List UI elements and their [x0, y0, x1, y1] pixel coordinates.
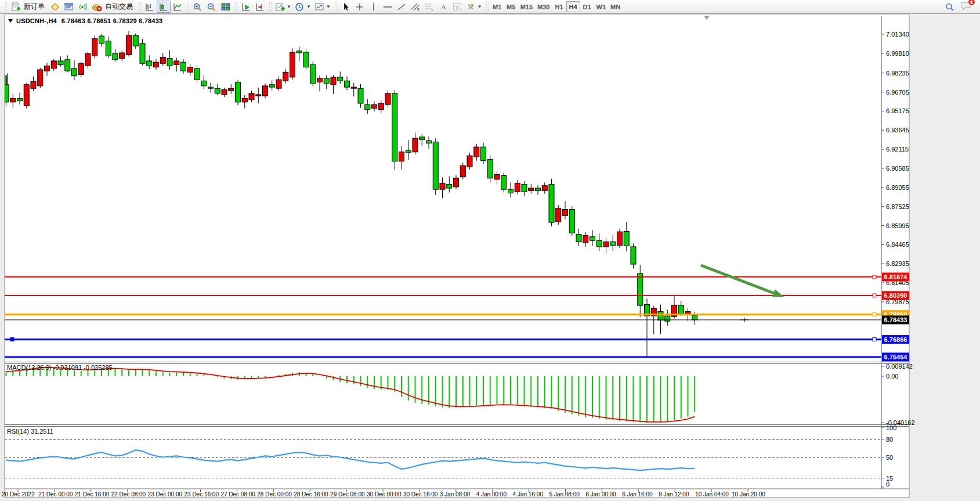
price-tick-label: 6.93645 — [886, 127, 909, 134]
svg-text:T: T — [455, 4, 459, 10]
chat-button[interactable]: 1 — [960, 1, 972, 13]
price-tick-label: 6.84465 — [886, 241, 909, 248]
fibonacci-button[interactable]: F — [422, 1, 436, 13]
market-watch-icon — [50, 2, 60, 12]
chart-ohlc-values: 6.78463 6.78651 6.78329 6.78433 — [62, 17, 162, 24]
auto-scroll-button[interactable] — [239, 1, 253, 13]
auto-trading-label[interactable]: 自动交易 — [105, 2, 133, 12]
equidistant-channel-button[interactable]: E — [408, 1, 422, 13]
line-handle — [873, 338, 876, 341]
chart-canvas[interactable]: 7.013406.998106.982356.967056.951756.936… — [0, 15, 980, 501]
alerts-icon — [78, 2, 88, 12]
timeframe-MN[interactable]: MN — [608, 1, 623, 12]
timeframe-D1[interactable]: D1 — [580, 1, 594, 12]
data-window-button[interactable] — [62, 1, 76, 13]
rsi-tick-label: 0 — [886, 481, 889, 488]
toolbar-grip[interactable] — [4, 2, 7, 12]
rsi-tick-label: 50 — [886, 454, 893, 461]
time-tick-label: 27 Dec 08:00 — [220, 491, 255, 498]
new-order-button[interactable] — [9, 1, 23, 13]
bar-chart-icon — [144, 2, 155, 12]
periods-button[interactable]: ▼ — [293, 1, 313, 13]
time-tick-label: 21 Dec 00:00 — [38, 491, 73, 498]
text-button[interactable]: A — [436, 1, 450, 13]
time-tick-label: 28 Dec 16:00 — [294, 491, 328, 498]
chart-shift-icon — [255, 2, 265, 12]
price-tick-label: 6.87525 — [886, 203, 909, 210]
time-axis: 20 Dec 202221 Dec 00:0021 Dec 16:0022 De… — [2, 489, 765, 498]
time-tick-label: 22 Dec 08:00 — [111, 491, 146, 498]
horizontal-line-button[interactable] — [381, 1, 395, 13]
macd-label: MACD(12,26,9) -0.031091 -0.035285 — [7, 364, 113, 371]
crosshair-button[interactable] — [353, 1, 367, 13]
search-button[interactable] — [943, 1, 957, 13]
time-tick-label: 23 Dec 16:00 — [185, 491, 219, 498]
rsi-tick-label: 80 — [886, 436, 893, 443]
chart-titlebar[interactable]: USDCNH-,H4 6.78463 6.78651 6.78329 6.784… — [8, 17, 162, 24]
svg-text:E: E — [417, 8, 420, 11]
mt4-window: 新订单 — [0, 0, 980, 501]
line-handle — [10, 338, 14, 341]
auto-trading-button[interactable] — [90, 1, 104, 13]
arrows-button[interactable]: ▼ — [464, 1, 484, 13]
price-line-badge-label: 6.78433 — [884, 316, 907, 323]
zoom-in-icon — [193, 2, 203, 12]
chart-menu-icon[interactable] — [8, 19, 13, 23]
timeframe-W1[interactable]: W1 — [594, 1, 609, 12]
templates-button[interactable]: ▼ — [313, 1, 332, 13]
chart-shift-button[interactable] — [253, 1, 267, 13]
time-tick-label: 9 Jan 12:00 — [659, 491, 689, 498]
timeframe-M30[interactable]: M30 — [535, 1, 552, 12]
alerts-button[interactable] — [76, 1, 90, 13]
price-tick-label: 6.98235 — [886, 70, 909, 77]
time-tick-label: 4 Jan 16:00 — [513, 491, 544, 498]
text-label-button[interactable]: T — [450, 1, 464, 13]
time-tick-label: 20 Dec 2022 — [2, 491, 35, 498]
time-tick-label: 21 Dec 16:00 — [75, 491, 110, 498]
equidistant-channel-icon: E — [410, 2, 421, 12]
bar-chart-button[interactable] — [143, 1, 157, 13]
price-tick-label: 6.90585 — [886, 165, 909, 172]
price-line-badge-label: 6.81874 — [884, 273, 908, 280]
zoom-out-icon — [207, 2, 217, 12]
trendline-button[interactable] — [395, 1, 408, 13]
vertical-line-icon — [368, 2, 379, 12]
toolbar-grip[interactable] — [234, 2, 237, 12]
dropdown-caret-icon: ▼ — [287, 4, 291, 9]
indicators-button[interactable]: ▼ — [273, 1, 293, 13]
tile-windows-button[interactable] — [219, 1, 233, 13]
timeframe-H1[interactable]: H1 — [552, 1, 566, 12]
price-tick-label: 6.82935 — [886, 260, 909, 267]
price-line-badge-label: 6.75454 — [884, 354, 908, 361]
text-label-icon: T — [452, 2, 462, 12]
timeframe-M1[interactable]: M1 — [490, 1, 504, 12]
toolbar-grip[interactable] — [186, 2, 189, 12]
market-watch-button[interactable] — [48, 1, 62, 13]
toolbar-grip[interactable] — [334, 2, 337, 12]
auto-scroll-icon — [241, 2, 251, 12]
toolbar-grip[interactable] — [269, 2, 272, 12]
candlestick-chart-button[interactable] — [157, 1, 171, 13]
timeframe-H4[interactable]: H4 — [566, 1, 580, 12]
zoom-out-button[interactable] — [205, 1, 219, 13]
time-tick-label: 30 Dec 16:00 — [403, 491, 438, 498]
cursor-icon — [341, 2, 351, 12]
zoom-in-button[interactable] — [191, 1, 205, 13]
new-order-label[interactable]: 新订单 — [24, 2, 45, 12]
line-handle — [873, 275, 876, 279]
search-icon — [945, 2, 955, 12]
arrows-icon — [466, 2, 476, 12]
timeframe-M5[interactable]: M5 — [504, 1, 518, 12]
cursor-button[interactable] — [339, 1, 353, 13]
rsi-label: RSI(14) 31.2511 — [7, 428, 53, 435]
price-tick-label: 6.96705 — [886, 89, 909, 96]
line-chart-button[interactable] — [171, 1, 185, 13]
auto-trading-icon — [92, 2, 102, 12]
toolbar-grip[interactable] — [486, 2, 489, 12]
toolbar-grip[interactable] — [138, 2, 141, 12]
notification-badge[interactable]: 1 — [968, 0, 975, 6]
timeframe-M15[interactable]: M15 — [518, 1, 535, 12]
trendline-icon — [396, 2, 407, 12]
indicators-icon — [275, 2, 285, 12]
vertical-line-button[interactable] — [367, 1, 381, 13]
